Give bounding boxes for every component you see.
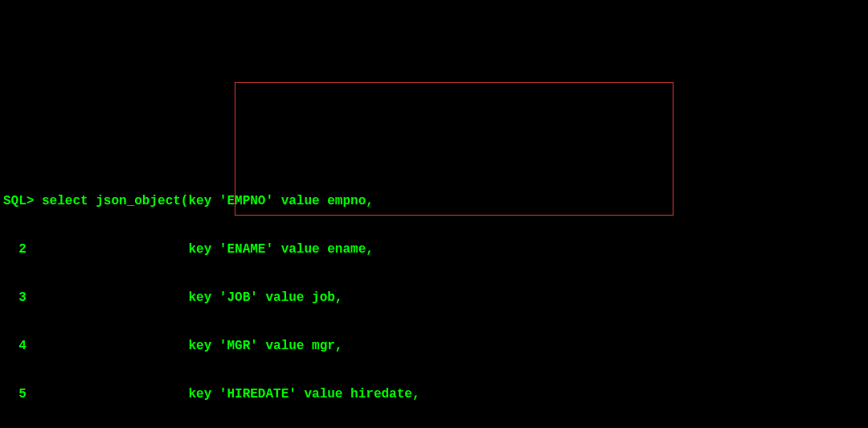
- terminal-output: SQL> select json_object(key 'EMPNO' valu…: [3, 80, 865, 428]
- sql-line-4: 4 key 'MGR' value mgr,: [3, 338, 865, 354]
- sql-line-1: SQL> select json_object(key 'EMPNO' valu…: [3, 193, 865, 209]
- sql-line-5: 5 key 'HIREDATE' value hiredate,: [3, 386, 865, 402]
- sql-line-2: 2 key 'ENAME' value ename,: [3, 241, 865, 257]
- sql-line-3: 3 key 'JOB' value job,: [3, 290, 865, 306]
